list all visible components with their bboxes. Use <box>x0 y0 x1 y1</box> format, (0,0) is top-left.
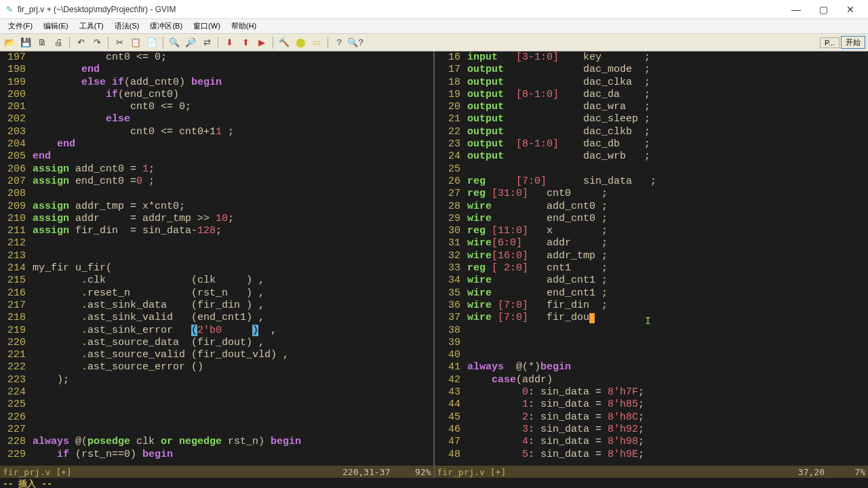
paste-icon[interactable]: 📄 <box>145 36 159 49</box>
separator <box>108 37 108 49</box>
separator <box>328 37 328 49</box>
status-percent: 92% <box>391 467 431 477</box>
separator <box>163 37 163 49</box>
open-icon[interactable]: 📂 <box>3 36 16 49</box>
cursor-indicator-icon: I <box>645 316 651 328</box>
menu-edit[interactable]: 编辑(E) <box>38 20 74 33</box>
menubar: 文件(F) 编辑(E) 工具(T) 语法(S) 缓冲区(B) 窗口(W) 帮助(… <box>0 19 868 34</box>
save-icon[interactable]: 💾 <box>19 36 33 49</box>
titlebar: ✎ fir_prj.v + (~\Desktop\mdyProject\fir)… <box>0 0 868 19</box>
separator <box>273 37 273 49</box>
menu-buffers[interactable]: 缓冲区(B) <box>144 20 188 33</box>
shell-icon[interactable]: ⬤ <box>294 36 307 49</box>
replace-icon[interactable]: ⇄ <box>200 36 214 49</box>
menu-syntax[interactable]: 语法(S) <box>109 20 145 33</box>
status-left: fir_prj.v [+] 220,31-37 92% <box>0 466 435 478</box>
print-icon[interactable]: 🖨 <box>52 36 65 49</box>
find-icon[interactable]: 🔍 <box>167 36 181 49</box>
mode-indicator: -- 插入 -- <box>3 478 52 488</box>
findnext-icon[interactable]: 🔎 <box>184 36 197 49</box>
separator <box>69 37 70 49</box>
toolbar: 📂 💾 🗎 🖨 ↶ ↷ ✂ 📋 📄 🔍 🔎 ⇄ ⬇ ⬆ ▶ 🔨 ⬤ ▭ ? 🔍?… <box>0 34 868 52</box>
right-code[interactable]: input [3-1:0] key ; output dac_mode ; ou… <box>465 52 868 466</box>
menu-help[interactable]: 帮助(H) <box>226 20 262 33</box>
cut-icon[interactable]: ✂ <box>113 36 126 49</box>
command-line[interactable]: -- 插入 -- <box>0 478 868 488</box>
saveall-icon[interactable]: 🗎 <box>35 36 49 49</box>
load-session-icon[interactable]: ⬇ <box>222 36 236 49</box>
window-buttons: — ▢ ✕ <box>783 1 864 18</box>
status-filename: fir_prj.v [+] <box>3 467 72 477</box>
status-right: fir_prj.v [+] 37,20 7% <box>435 466 869 478</box>
right-pane[interactable]: 16 17 18 19 20 21 22 23 24 25 26 27 28 2… <box>433 52 868 466</box>
run-script-icon[interactable]: ▶ <box>255 36 269 49</box>
app-icon: ✎ <box>4 4 15 15</box>
menu-window[interactable]: 窗口(W) <box>188 20 226 33</box>
status-percent: 7% <box>825 467 865 477</box>
p-button[interactable]: P... <box>820 37 840 48</box>
maximize-button[interactable]: ▢ <box>810 1 837 18</box>
editor-area: 197 198 199 200 201 202 203 204 205 206 … <box>0 52 868 466</box>
status-filename: fir_prj.v [+] <box>437 467 507 477</box>
help-icon[interactable]: ? <box>332 36 346 49</box>
redo-icon[interactable]: ↷ <box>90 36 104 49</box>
left-code[interactable]: cnt0 <= 0; end else if(add_cnt0) begin i… <box>30 52 433 466</box>
tags-icon[interactable]: ▭ <box>310 36 323 49</box>
left-gutter: 197 198 199 200 201 202 203 204 205 206 … <box>0 52 30 466</box>
status-position: 220,31-37 <box>342 467 390 477</box>
make-icon[interactable]: 🔨 <box>277 36 291 49</box>
undo-icon[interactable]: ↶ <box>74 36 87 49</box>
menu-tools[interactable]: 工具(T) <box>74 20 109 33</box>
save-session-icon[interactable]: ⬆ <box>239 36 252 49</box>
copy-icon[interactable]: 📋 <box>129 36 142 49</box>
separator <box>218 37 218 49</box>
start-button[interactable]: 开始 <box>841 36 865 49</box>
right-gutter: 16 17 18 19 20 21 22 23 24 25 26 27 28 2… <box>435 52 465 466</box>
minimize-button[interactable]: — <box>783 1 810 18</box>
left-pane[interactable]: 197 198 199 200 201 202 203 204 205 206 … <box>0 52 433 466</box>
window-title: fir_prj.v + (~\Desktop\mdyProject\fir) -… <box>18 5 783 14</box>
search-help-icon[interactable]: 🔍? <box>349 36 362 49</box>
status-position: 37,20 <box>798 467 825 477</box>
close-button[interactable]: ✕ <box>837 1 864 18</box>
menu-file[interactable]: 文件(F) <box>3 20 38 33</box>
